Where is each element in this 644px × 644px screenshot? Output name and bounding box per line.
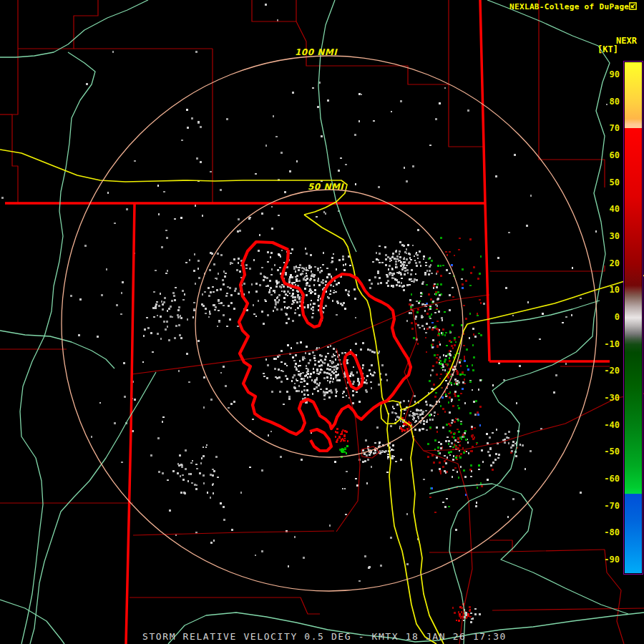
colorbar-tick-label: 30: [598, 231, 620, 241]
range-ring-label: 100 NMI: [295, 47, 337, 57]
radar-map: [0, 0, 644, 644]
colorbar-tick-label: -80: [598, 527, 620, 537]
colorbar-tick-label: 50: [598, 177, 620, 187]
nexlab-logo-icon: [629, 2, 637, 10]
colorbar-tick-label: -20: [598, 366, 620, 376]
colorbar-tick-label: 10: [598, 285, 620, 295]
colorbar-tick-label: 90: [598, 69, 620, 79]
product-code-label: NEXR: [616, 36, 637, 46]
colorbar-tick-label: -40: [598, 420, 620, 430]
radar-display: 9080706050403020100-10-20-30-40-50-60-70…: [0, 0, 644, 644]
colorbar-tick-label: 60: [598, 150, 620, 160]
colorbar-tick-label: -30: [598, 393, 620, 403]
colorbar-tick-label: 80: [598, 97, 620, 107]
colorbar-tick-label: 0: [598, 312, 620, 322]
colorbar-gradient: [625, 62, 642, 573]
colorbar-tick-label: -50: [598, 447, 620, 457]
colorbar-tick-label: 70: [598, 123, 620, 133]
colorbar-tick-label: 20: [598, 258, 620, 268]
colorbar-tick-label: 40: [598, 204, 620, 214]
site-title: NEXLAB-College of DuPage: [509, 2, 629, 11]
colorbar-tick-label: -90: [598, 555, 620, 565]
product-caption: STORM RELATIVE VELOCITY 0.5 DEG - KMTX 1…: [142, 631, 507, 642]
colorbar-tick-label: -60: [598, 474, 620, 484]
colorbar-tick-label: -10: [598, 339, 620, 349]
units-label: [KT]: [597, 44, 618, 54]
colorbar: [623, 61, 643, 575]
range-ring-label: 50 NMI: [308, 182, 343, 192]
colorbar-tick-label: -70: [598, 501, 620, 511]
